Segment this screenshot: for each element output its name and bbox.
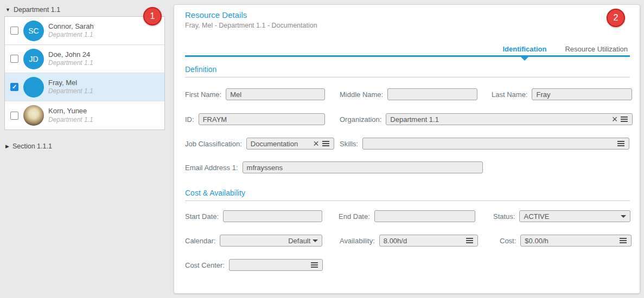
field-label: Email Address 1: [185,164,238,172]
menu-lookup-icon[interactable] [466,240,473,241]
end-date-input[interactable] [374,210,475,222]
resource-name: Doe, John 24 [48,50,93,59]
last-name-input[interactable]: Fray [532,88,632,100]
field-label: Last Name: [492,90,527,99]
section-heading-cost-availability: Cost & Availability [185,189,245,197]
field-group-first-name: First Name: Mel [185,88,325,100]
field-group-middle-name: Middle Name: [340,88,477,100]
resource-list: SC Connor, Sarah Department 1.1 JD Doe, … [4,16,165,130]
page-subtitle: Fray, Mel - Department 1.1 - Documentati… [185,22,317,29]
resource-management-screen: ▼ Department 1.1 SC Connor, Sarah Depart… [0,0,644,298]
field-group-last-name: Last Name: Fray [492,88,632,100]
triangle-right-icon[interactable]: ▶ [5,144,9,149]
resource-row-connor-sarah[interactable]: SC Connor, Sarah Department 1.1 [5,17,164,45]
skills-picker[interactable] [362,138,629,150]
job-classification-picker[interactable]: Documentation × [246,138,334,150]
tab-resource-utilization[interactable]: Resource Utilization [565,45,628,53]
resource-org: Department 1.1 [48,59,93,67]
field-label: Calendar: [185,237,215,245]
field-group-id: ID: FRAYM [185,113,325,125]
tree-node-label: Section 1.1.1 [12,142,52,150]
field-label: Cost: [500,237,516,245]
annotation-badge-1: 1 [143,7,162,25]
resource-name: Connor, Sarah [48,22,94,31]
availability-picker[interactable]: 8.00h/d [379,235,478,247]
section-heading-definition: Definition [185,65,216,74]
field-label: Status: [493,212,515,221]
field-group-organization: Organization: Department 1.1 × [340,113,633,125]
field-label: Skills: [340,140,358,148]
field-label: Availability: [340,237,375,245]
tab-underline [185,55,630,57]
status-dropdown[interactable]: ACTIVE [519,210,630,222]
menu-lookup-icon[interactable] [621,119,628,120]
field-group-cost-center: Cost Center: [185,259,323,271]
field-group-calendar: Calendar: Default [185,235,322,247]
active-tab-pointer-icon [521,57,528,61]
field-group-availability: Availability: 8.00h/d [340,235,478,247]
resource-name: Fray, Mel [48,79,93,87]
field-group-start-date: Start Date: [185,210,322,222]
resource-name: Korn, Yunee [48,107,93,115]
resource-org: Department 1.1 [48,116,93,124]
tree-node-department[interactable]: ▼ Department 1.1 [5,6,60,14]
id-input[interactable]: FRAYM [199,113,325,125]
field-label: ID: [185,115,194,124]
popcorn-photo-avatar [23,105,44,126]
field-label: First Name: [185,90,221,99]
resource-row-korn-yunee[interactable]: Korn, Yunee Department 1.1 [5,101,164,129]
resource-details-panel: Resource Details Fray, Mel - Department … [174,4,640,294]
field-group-skills: Skills: [340,138,629,150]
field-group-job-classification: Job Classification: Documentation × [185,138,334,150]
resource-row-doe-john[interactable]: JD Doe, John 24 Department 1.1 [5,45,164,73]
email-address-input[interactable]: mfrayssens [243,161,483,173]
field-label: End Date: [339,212,370,221]
field-label: Organization: [340,115,381,124]
row-checkbox[interactable] [10,55,18,63]
menu-lookup-icon[interactable] [620,240,627,241]
row-checkbox[interactable] [10,112,18,120]
calendar-dropdown[interactable]: Default [220,235,322,247]
clear-x-icon[interactable]: × [612,114,618,124]
start-date-input[interactable] [223,210,322,222]
wolf-photo-avatar [23,77,44,98]
row-checkbox[interactable] [10,27,18,35]
menu-lookup-icon[interactable] [322,143,329,144]
cost-picker[interactable]: $0.00/h [520,235,632,247]
tab-bar: Identification Resource Utilization [503,45,628,53]
annotation-badge-2: 2 [607,9,625,27]
field-label: Job Classification: [185,140,242,148]
initials-avatar: SC [23,21,44,41]
menu-lookup-icon[interactable] [311,264,318,265]
field-label: Cost Center: [185,261,225,269]
triangle-down-icon[interactable]: ▼ [5,7,10,12]
resource-row-fray-mel[interactable]: Fray, Mel Department 1.1 [5,73,164,101]
organization-picker[interactable]: Department 1.1 × [386,113,633,125]
field-group-email1: Email Address 1: mfrayssens [185,161,483,173]
field-group-cost: Cost: $0.00/h [500,235,632,247]
resource-org: Department 1.1 [48,31,94,39]
section-divider [185,200,630,201]
page-title: Resource Details [185,10,247,20]
tab-identification[interactable]: Identification [503,45,547,53]
row-checkbox-checked[interactable] [10,83,18,91]
tree-node-section[interactable]: ▶ Section 1.1.1 [5,142,52,150]
section-divider [185,77,630,77]
field-group-end-date: End Date: [339,210,475,222]
menu-lookup-icon[interactable] [617,143,624,144]
tree-node-label: Department 1.1 [14,6,60,14]
middle-name-input[interactable] [387,88,477,100]
clear-x-icon[interactable]: × [313,139,319,148]
chevron-down-icon[interactable] [621,215,626,218]
first-name-input[interactable]: Mel [226,88,325,100]
chevron-down-icon[interactable] [313,239,318,242]
field-group-status: Status: ACTIVE [493,210,630,222]
initials-avatar: JD [23,49,44,69]
resource-org: Department 1.1 [48,87,93,95]
cost-center-picker[interactable] [229,259,323,271]
field-label: Middle Name: [340,90,383,99]
field-label: Start Date: [185,212,219,221]
